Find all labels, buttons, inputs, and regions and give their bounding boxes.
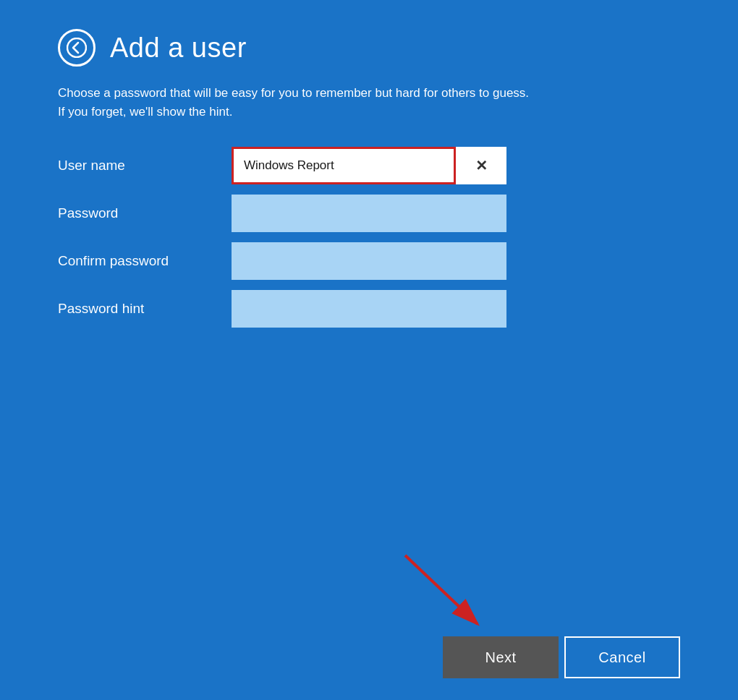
confirm-password-row: Confirm password xyxy=(58,242,680,280)
cancel-button[interactable]: Cancel xyxy=(564,636,680,678)
password-hint-input[interactable] xyxy=(232,290,506,328)
subtitle-line2: If you forget, we'll show the hint. xyxy=(58,105,232,119)
username-input[interactable] xyxy=(232,147,456,184)
page-title: Add a user xyxy=(110,33,247,64)
password-input[interactable] xyxy=(232,195,506,232)
arrow-svg xyxy=(383,548,499,635)
bottom-section: Next Cancel xyxy=(0,636,738,700)
subtitle-line1: Choose a password that will be easy for … xyxy=(58,86,529,100)
username-row: User name ✕ xyxy=(58,147,680,184)
password-row: Password xyxy=(58,195,680,232)
password-hint-label: Password hint xyxy=(58,301,232,317)
username-label: User name xyxy=(58,158,232,174)
confirm-password-label: Confirm password xyxy=(58,253,232,269)
svg-line-2 xyxy=(405,555,478,624)
subtitle: Choose a password that will be easy for … xyxy=(58,84,680,121)
back-button[interactable] xyxy=(58,29,96,67)
page-container: Add a user Choose a password that will b… xyxy=(0,0,738,700)
clear-username-button[interactable]: ✕ xyxy=(456,147,506,184)
svg-point-0 xyxy=(67,38,86,57)
next-button[interactable]: Next xyxy=(443,636,559,678)
back-arrow-icon xyxy=(67,38,87,58)
username-input-wrapper: ✕ xyxy=(232,147,506,184)
password-hint-row: Password hint xyxy=(58,290,680,328)
confirm-password-input[interactable] xyxy=(232,242,506,280)
form-container: User name ✕ Password Confirm password Pa… xyxy=(58,147,680,338)
password-label: Password xyxy=(58,205,232,221)
arrow-annotation xyxy=(383,548,499,635)
header: Add a user xyxy=(58,29,680,67)
